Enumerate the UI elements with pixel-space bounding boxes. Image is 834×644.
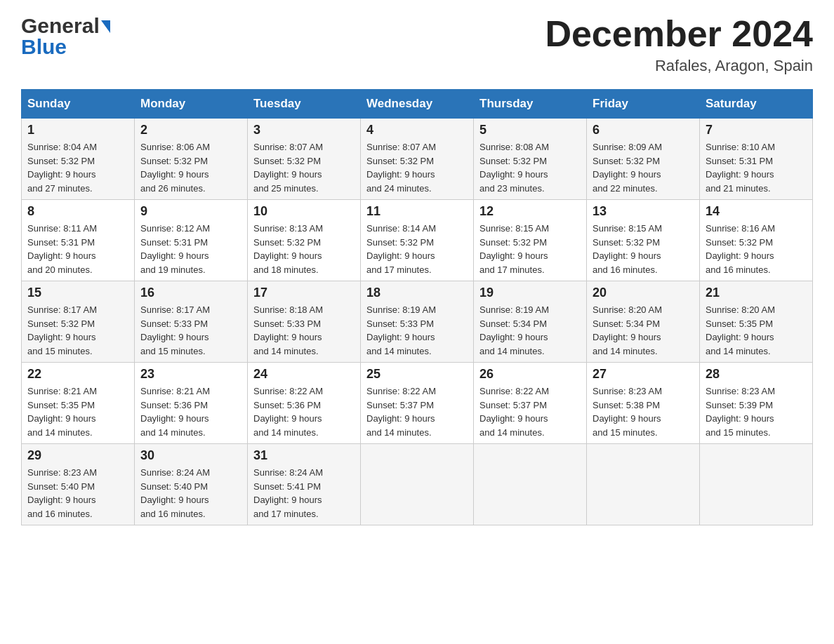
day-number: 20 [593, 286, 694, 300]
location-title: Rafales, Aragon, Spain [545, 57, 813, 75]
calendar-cell: 24Sunrise: 8:22 AMSunset: 5:36 PMDayligh… [248, 363, 361, 444]
calendar-header-saturday: Saturday [700, 90, 813, 119]
calendar-cell: 13Sunrise: 8:15 AMSunset: 5:32 PMDayligh… [587, 200, 700, 281]
day-info: Sunrise: 8:12 AMSunset: 5:31 PMDaylight:… [140, 222, 241, 276]
calendar-cell: 18Sunrise: 8:19 AMSunset: 5:33 PMDayligh… [361, 281, 474, 363]
calendar-cell [587, 444, 700, 525]
calendar-cell: 27Sunrise: 8:23 AMSunset: 5:38 PMDayligh… [587, 363, 700, 444]
day-info: Sunrise: 8:04 AMSunset: 5:32 PMDaylight:… [27, 140, 128, 195]
day-number: 9 [140, 204, 241, 219]
day-number: 3 [253, 123, 355, 137]
calendar-header-wednesday: Wednesday [361, 90, 474, 119]
day-info: Sunrise: 8:23 AMSunset: 5:39 PMDaylight:… [706, 384, 807, 439]
day-number: 7 [706, 123, 807, 137]
day-number: 5 [479, 123, 581, 137]
calendar-cell: 15Sunrise: 8:17 AMSunset: 5:32 PMDayligh… [22, 281, 135, 363]
day-number: 29 [27, 448, 128, 463]
day-info: Sunrise: 8:06 AMSunset: 5:32 PMDaylight:… [140, 140, 241, 195]
day-info: Sunrise: 8:13 AMSunset: 5:32 PMDaylight:… [253, 222, 355, 276]
calendar-cell: 10Sunrise: 8:13 AMSunset: 5:32 PMDayligh… [248, 200, 361, 281]
day-info: Sunrise: 8:21 AMSunset: 5:36 PMDaylight:… [140, 384, 241, 439]
day-info: Sunrise: 8:16 AMSunset: 5:32 PMDaylight:… [706, 222, 807, 276]
day-info: Sunrise: 8:23 AMSunset: 5:40 PMDaylight:… [27, 466, 128, 521]
calendar-cell: 14Sunrise: 8:16 AMSunset: 5:32 PMDayligh… [700, 200, 813, 281]
day-number: 1 [27, 123, 128, 137]
day-number: 19 [479, 286, 581, 300]
day-number: 22 [27, 367, 128, 382]
day-number: 14 [706, 204, 807, 219]
day-number: 6 [593, 123, 694, 137]
day-info: Sunrise: 8:17 AMSunset: 5:33 PMDaylight:… [140, 303, 241, 358]
day-info: Sunrise: 8:18 AMSunset: 5:33 PMDaylight:… [253, 303, 355, 358]
calendar-week-row: 15Sunrise: 8:17 AMSunset: 5:32 PMDayligh… [22, 281, 813, 363]
logo-row: General [21, 14, 110, 38]
day-info: Sunrise: 8:22 AMSunset: 5:37 PMDaylight:… [366, 384, 468, 439]
day-info: Sunrise: 8:22 AMSunset: 5:37 PMDaylight:… [479, 384, 581, 439]
calendar-cell: 17Sunrise: 8:18 AMSunset: 5:33 PMDayligh… [248, 281, 361, 363]
calendar-cell: 5Sunrise: 8:08 AMSunset: 5:32 PMDaylight… [474, 119, 587, 200]
day-info: Sunrise: 8:19 AMSunset: 5:33 PMDaylight:… [366, 303, 468, 358]
calendar-cell: 19Sunrise: 8:19 AMSunset: 5:34 PMDayligh… [474, 281, 587, 363]
calendar-cell: 25Sunrise: 8:22 AMSunset: 5:37 PMDayligh… [361, 363, 474, 444]
day-info: Sunrise: 8:23 AMSunset: 5:38 PMDaylight:… [593, 384, 694, 439]
calendar-week-row: 29Sunrise: 8:23 AMSunset: 5:40 PMDayligh… [22, 444, 813, 525]
day-number: 2 [140, 123, 241, 137]
day-number: 11 [366, 204, 468, 219]
calendar-cell [700, 444, 813, 525]
calendar-table: SundayMondayTuesdayWednesdayThursdayFrid… [21, 89, 813, 525]
calendar-header-thursday: Thursday [474, 90, 587, 119]
calendar-cell: 9Sunrise: 8:12 AMSunset: 5:31 PMDaylight… [135, 200, 248, 281]
calendar-header-tuesday: Tuesday [248, 90, 361, 119]
calendar-cell: 31Sunrise: 8:24 AMSunset: 5:41 PMDayligh… [248, 444, 361, 525]
calendar-cell: 29Sunrise: 8:23 AMSunset: 5:40 PMDayligh… [22, 444, 135, 525]
calendar-week-row: 1Sunrise: 8:04 AMSunset: 5:32 PMDaylight… [22, 119, 813, 200]
calendar-cell: 30Sunrise: 8:24 AMSunset: 5:40 PMDayligh… [135, 444, 248, 525]
day-info: Sunrise: 8:21 AMSunset: 5:35 PMDaylight:… [27, 384, 128, 439]
day-info: Sunrise: 8:07 AMSunset: 5:32 PMDaylight:… [253, 140, 355, 195]
day-number: 26 [479, 367, 581, 382]
month-title: December 2024 [545, 14, 813, 54]
day-number: 18 [366, 286, 468, 300]
calendar-header-monday: Monday [135, 90, 248, 119]
calendar-cell: 11Sunrise: 8:14 AMSunset: 5:32 PMDayligh… [361, 200, 474, 281]
calendar-header-sunday: Sunday [22, 90, 135, 119]
calendar-cell: 16Sunrise: 8:17 AMSunset: 5:33 PMDayligh… [135, 281, 248, 363]
logo-blue-text: Blue [21, 38, 67, 59]
calendar-cell: 8Sunrise: 8:11 AMSunset: 5:31 PMDaylight… [22, 200, 135, 281]
day-number: 8 [27, 204, 128, 219]
calendar-week-row: 8Sunrise: 8:11 AMSunset: 5:31 PMDaylight… [22, 200, 813, 281]
day-number: 25 [366, 367, 468, 382]
logo-general-text: General [21, 14, 100, 38]
calendar-cell: 26Sunrise: 8:22 AMSunset: 5:37 PMDayligh… [474, 363, 587, 444]
calendar-cell: 21Sunrise: 8:20 AMSunset: 5:35 PMDayligh… [700, 281, 813, 363]
calendar-week-row: 22Sunrise: 8:21 AMSunset: 5:35 PMDayligh… [22, 363, 813, 444]
calendar-cell: 20Sunrise: 8:20 AMSunset: 5:34 PMDayligh… [587, 281, 700, 363]
day-number: 15 [27, 286, 128, 300]
day-info: Sunrise: 8:17 AMSunset: 5:32 PMDaylight:… [27, 303, 128, 358]
day-number: 28 [706, 367, 807, 382]
day-number: 4 [366, 123, 468, 137]
calendar-cell: 2Sunrise: 8:06 AMSunset: 5:32 PMDaylight… [135, 119, 248, 200]
calendar-cell: 12Sunrise: 8:15 AMSunset: 5:32 PMDayligh… [474, 200, 587, 281]
day-number: 27 [593, 367, 694, 382]
day-number: 21 [706, 286, 807, 300]
calendar-cell: 1Sunrise: 8:04 AMSunset: 5:32 PMDaylight… [22, 119, 135, 200]
logo-triangle-icon [101, 20, 110, 33]
logo: General Blue [21, 14, 110, 59]
calendar-cell: 28Sunrise: 8:23 AMSunset: 5:39 PMDayligh… [700, 363, 813, 444]
calendar-cell: 22Sunrise: 8:21 AMSunset: 5:35 PMDayligh… [22, 363, 135, 444]
calendar-cell [474, 444, 587, 525]
day-info: Sunrise: 8:24 AMSunset: 5:41 PMDaylight:… [253, 466, 355, 521]
calendar-cell: 7Sunrise: 8:10 AMSunset: 5:31 PMDaylight… [700, 119, 813, 200]
calendar-cell: 4Sunrise: 8:07 AMSunset: 5:32 PMDaylight… [361, 119, 474, 200]
day-number: 10 [253, 204, 355, 219]
calendar-cell: 6Sunrise: 8:09 AMSunset: 5:32 PMDaylight… [587, 119, 700, 200]
title-section: December 2024 Rafales, Aragon, Spain [545, 14, 813, 75]
day-info: Sunrise: 8:14 AMSunset: 5:32 PMDaylight:… [366, 222, 468, 276]
day-info: Sunrise: 8:10 AMSunset: 5:31 PMDaylight:… [706, 140, 807, 195]
day-info: Sunrise: 8:20 AMSunset: 5:34 PMDaylight:… [593, 303, 694, 358]
day-info: Sunrise: 8:11 AMSunset: 5:31 PMDaylight:… [27, 222, 128, 276]
day-number: 12 [479, 204, 581, 219]
day-number: 17 [253, 286, 355, 300]
calendar-header-friday: Friday [587, 90, 700, 119]
